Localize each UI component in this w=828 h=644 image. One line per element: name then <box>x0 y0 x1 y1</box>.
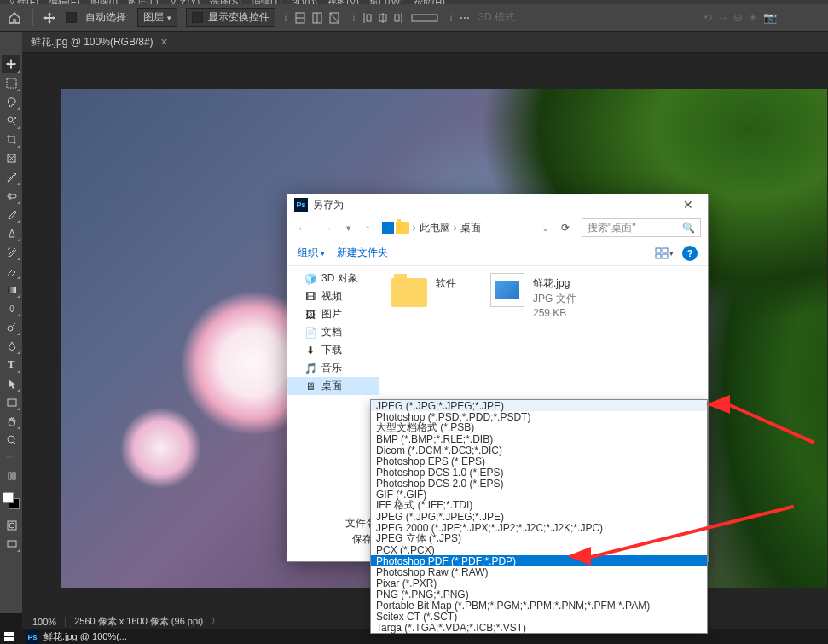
frame-tool[interactable] <box>2 149 20 166</box>
refresh-icon[interactable]: ⟳ <box>558 222 573 234</box>
blur-tool[interactable] <box>2 299 20 316</box>
foreground-color[interactable] <box>3 492 14 503</box>
sidebar-item[interactable]: 🎞视频 <box>287 287 379 305</box>
new-folder-button[interactable]: 新建文件夹 <box>337 246 388 260</box>
crumb-root[interactable]: 此电脑 <box>420 221 450 235</box>
filetype-option[interactable]: JPEG 立体 (*.JPS) <box>371 533 707 544</box>
breadcrumb[interactable]: › 此电脑 › 桌面 <box>382 221 481 235</box>
filetype-option[interactable]: PCX (*.PCX) <box>371 544 707 555</box>
clone-stamp-tool[interactable] <box>2 224 20 241</box>
move-tool[interactable] <box>2 55 20 73</box>
eyedropper-tool[interactable] <box>2 168 20 185</box>
document-dimensions[interactable]: 2560 像素 x 1600 像素 (96 ppi) <box>74 615 203 628</box>
filetype-option[interactable]: JPEG (*.JPG;*.JPEG;*.JPE) <box>371 511 707 522</box>
auto-select-checkbox[interactable] <box>66 12 77 23</box>
nav-forward-icon[interactable]: → <box>319 222 335 235</box>
zoom-tool[interactable] <box>2 431 20 448</box>
nav-up-icon[interactable]: ↑ <box>362 222 373 235</box>
gradient-tool[interactable] <box>2 281 20 298</box>
filetype-options-list[interactable]: JPEG (*.JPG;*.JPEG;*.JPE)Photoshop (*.PS… <box>370 399 708 634</box>
align-icons-group[interactable] <box>294 10 344 26</box>
orbit-icon[interactable]: ⟲ <box>703 11 712 24</box>
quick-select-tool[interactable] <box>2 112 20 129</box>
dialog-titlebar[interactable]: Ps 另存为 ✕ <box>287 194 708 215</box>
healing-brush-tool[interactable] <box>2 187 20 204</box>
light-icon[interactable]: ☀ <box>748 11 758 24</box>
sidebar-item[interactable]: 🖼图片 <box>287 305 379 323</box>
svg-point-29 <box>9 523 14 528</box>
view-options-icon[interactable]: ▾ <box>655 246 674 261</box>
dodge-tool[interactable] <box>2 318 20 335</box>
search-input[interactable]: 搜索"桌面" 🔍 <box>582 218 701 237</box>
quick-mask-icon[interactable] <box>2 516 20 533</box>
move-tool-icon[interactable] <box>42 10 57 26</box>
distribute-icons-group[interactable] <box>362 10 441 26</box>
filetype-option[interactable]: Photoshop DCS 2.0 (*.EPS) <box>371 478 707 489</box>
filetype-option[interactable]: 大型文档格式 (*.PSB) <box>371 422 707 433</box>
filetype-option[interactable]: Pixar (*.PXR) <box>371 577 707 589</box>
taskbar-photoshop[interactable]: Ps 鲜花.jpg @ 100%(... <box>20 630 132 644</box>
filetype-option[interactable]: Photoshop Raw (*.RAW) <box>371 566 707 577</box>
filetype-option[interactable]: Photoshop EPS (*.EPS) <box>371 455 707 467</box>
dialog-title: 另存为 <box>313 198 675 212</box>
camera-icon[interactable]: 📷 <box>763 11 777 24</box>
more-options-icon[interactable]: ⋯ <box>460 12 470 24</box>
sidebar-nav[interactable]: 🧊3D 对象🎞视频🖼图片📄文档⬇下载🎵音乐🖥桌面 <box>287 266 379 510</box>
brush-tool[interactable] <box>2 206 20 223</box>
rectangle-tool[interactable] <box>2 393 20 410</box>
edit-toolbar-icon[interactable] <box>2 467 20 484</box>
windows-start-icon[interactable] <box>2 631 17 643</box>
filetype-option[interactable]: Portable Bit Map (*.PBM;*.PGM;*.PPM;*.PN… <box>371 600 707 611</box>
help-icon[interactable]: ? <box>682 246 698 261</box>
history-brush-tool[interactable] <box>2 243 20 260</box>
crumb-current[interactable]: 桌面 <box>460 221 481 235</box>
svg-rect-37 <box>4 637 9 641</box>
screen-mode-icon[interactable] <box>2 535 20 552</box>
auto-select-dropdown[interactable]: 图层 ▾ <box>137 8 177 27</box>
filetype-option[interactable]: Dicom (*.DCM;*.DC3;*.DIC) <box>371 444 707 455</box>
3d-mode-icons: ⟲ ↔ ⊕ ☀ 📷 <box>703 11 777 24</box>
sidebar-item[interactable]: 🎵音乐 <box>287 359 379 377</box>
sidebar-item[interactable]: 📄文档 <box>287 323 379 341</box>
zoom-level[interactable]: 100% <box>32 617 56 627</box>
filetype-option[interactable]: Photoshop DCS 1.0 (*.EPS) <box>371 467 707 478</box>
folder-item[interactable]: 软件 <box>391 273 456 307</box>
filetype-option[interactable]: JPEG (*.JPG;*.JPEG;*.JPE) <box>371 400 707 411</box>
document-tab[interactable]: 鲜花.jpg @ 100%(RGB/8#) ✕ <box>31 35 168 49</box>
filetype-option[interactable]: BMP (*.BMP;*.RLE;*.DIB) <box>371 433 707 444</box>
separator <box>32 9 33 26</box>
close-button[interactable]: ✕ <box>675 198 701 212</box>
sidebar-item[interactable]: ⬇下载 <box>287 341 379 359</box>
hand-tool[interactable] <box>2 412 20 429</box>
organize-menu[interactable]: 组织 ▾ <box>298 246 325 260</box>
filetype-option[interactable]: Targa (*.TGA;*.VDA;*.ICB;*.VST) <box>371 622 707 633</box>
marquee-tool[interactable] <box>2 74 20 91</box>
sidebar-item[interactable]: 🖥桌面 <box>287 377 379 395</box>
svg-point-24 <box>8 436 14 443</box>
breadcrumb-dropdown-icon[interactable]: ⌄ <box>541 223 549 234</box>
sidebar-item[interactable]: 🧊3D 对象 <box>287 270 379 287</box>
color-swatch[interactable] <box>3 492 20 509</box>
type-tool[interactable]: T <box>2 356 20 373</box>
home-icon[interactable] <box>5 9 24 27</box>
close-tab-icon[interactable]: ✕ <box>160 37 168 48</box>
svg-point-21 <box>8 326 13 331</box>
file-item[interactable]: 鲜花.jpg JPG 文件 259 KB <box>490 273 576 319</box>
show-transform-controls-toggle[interactable]: 显示变换控件 <box>186 8 275 27</box>
sidebar-item-label: 音乐 <box>321 361 342 375</box>
svg-rect-18 <box>8 194 16 198</box>
path-select-tool[interactable] <box>2 374 20 392</box>
crop-tool[interactable] <box>2 131 20 148</box>
nav-back-icon[interactable]: ← <box>294 222 310 235</box>
filetype-option[interactable]: Scitex CT (*.SCT) <box>371 611 707 622</box>
sidebar-item-label: 视频 <box>321 289 342 304</box>
filetype-option[interactable]: Photoshop PDF (*.PDF;*.PDP) <box>371 555 707 566</box>
lasso-tool[interactable] <box>2 93 20 110</box>
eraser-tool[interactable] <box>2 262 20 279</box>
nav-recent-icon[interactable]: ▾ <box>344 223 354 234</box>
filetype-option[interactable]: PNG (*.PNG;*.PNG) <box>371 589 707 600</box>
pen-tool[interactable] <box>2 337 20 354</box>
zoom-icon[interactable]: ⊕ <box>733 11 743 24</box>
pan-icon[interactable]: ↔ <box>717 11 728 24</box>
filetype-option[interactable]: IFF 格式 (*.IFF;*.TDI) <box>371 500 707 511</box>
